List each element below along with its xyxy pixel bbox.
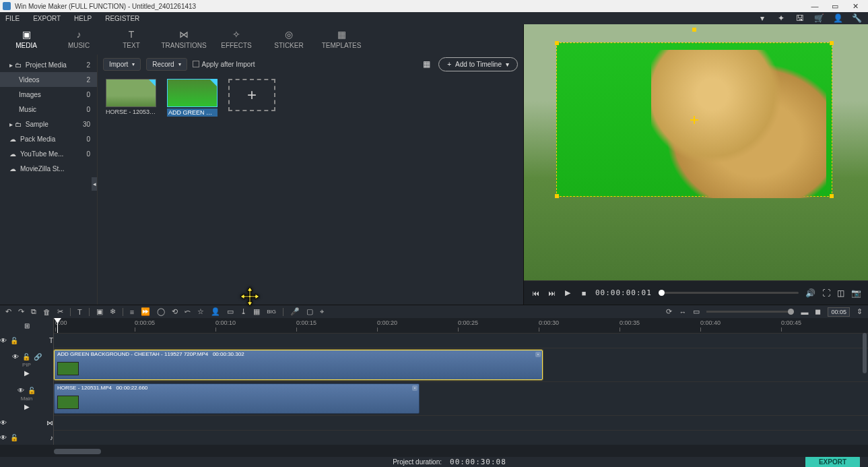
tab-text[interactable]: TTEXT — [105, 27, 158, 55]
stop-button[interactable]: ■ — [579, 289, 589, 297]
sparkle-icon[interactable]: ✦ — [775, 13, 787, 23]
resize-handle[interactable] — [830, 194, 834, 198]
sync-button[interactable]: ⟳ — [666, 307, 672, 316]
close-button[interactable]: ✕ — [845, 2, 865, 11]
sidebar-sample[interactable]: ▸ 🗀Sample30 — [0, 117, 97, 131]
main-track-head[interactable]: 👁🔓 Main ▶ — [0, 381, 54, 415]
menu-export[interactable]: EXPORT — [33, 15, 61, 22]
mosaic-button[interactable]: ▦ — [253, 307, 260, 316]
transition-track[interactable] — [54, 415, 868, 430]
playhead[interactable] — [57, 318, 58, 333]
clip-fx-icon[interactable]: ▫ — [412, 385, 418, 391]
notify-icon[interactable]: ▾ — [756, 13, 768, 23]
settings-icon[interactable]: 🔧 — [850, 13, 863, 23]
tab-sticker[interactable]: ◎STICKER — [263, 27, 315, 55]
fit-button[interactable]: ↔ — [679, 308, 686, 316]
audio-track-head[interactable]: 👁🔓♪ — [0, 430, 54, 445]
resize-handle[interactable] — [555, 41, 559, 45]
sidebar-music[interactable]: Music0 — [0, 102, 97, 117]
redo-button[interactable]: ↷ — [18, 307, 24, 316]
maximize-button[interactable]: ▭ — [825, 2, 845, 11]
zoom-fit-icon[interactable]: ◼ — [815, 307, 821, 316]
aspect-icon[interactable]: ◫ — [837, 288, 844, 298]
eye-icon[interactable]: 👁 — [0, 419, 7, 427]
seek-slider[interactable] — [659, 292, 799, 294]
tab-transitions[interactable]: ⋈TRANSITIONS — [158, 27, 210, 55]
zoom-level[interactable]: 00:05 — [828, 307, 850, 317]
tab-effects[interactable]: ✧EFFECTS — [210, 27, 263, 55]
link-icon[interactable]: 🔗 — [34, 353, 42, 361]
rotate-button[interactable]: ⟲ — [172, 307, 178, 316]
rotate-handle[interactable] — [692, 28, 696, 32]
sidebar-videos[interactable]: Videos2 — [0, 72, 97, 87]
view-grid-icon[interactable]: ▦ — [423, 59, 430, 69]
zoom-slider[interactable] — [706, 311, 794, 313]
split-button[interactable]: ✂ — [57, 307, 63, 316]
delete-button[interactable]: 🗑 — [43, 308, 51, 316]
center-handle-icon[interactable] — [690, 116, 698, 124]
pip-button[interactable]: ▭ — [227, 307, 234, 316]
audio-track[interactable] — [54, 430, 868, 445]
sidebar-pack-media[interactable]: ☁Pack Media0 — [0, 131, 97, 146]
target-button[interactable]: ⌖ — [320, 307, 324, 316]
transition-track-head[interactable]: 👁⋈ — [0, 415, 54, 430]
tab-media[interactable]: ▣MEDIA — [0, 27, 53, 55]
undo-button[interactable]: ↶ — [5, 307, 11, 316]
lock-icon[interactable]: 🔓 — [28, 387, 36, 394]
clip-horse[interactable]: HORSE - 120531.MP4 00:00:22.660 ▫ — [54, 383, 420, 414]
apply-after-import-checkbox[interactable]: Apply after Import — [193, 61, 255, 68]
timeline-horizontal-scrollbar[interactable] — [54, 449, 101, 454]
text-tool-button[interactable]: T — [77, 308, 82, 316]
tab-music[interactable]: ♪MUSIC — [53, 27, 105, 55]
zoom-out-button[interactable]: ▭ — [693, 307, 700, 316]
save-icon[interactable]: 🖫 — [794, 13, 806, 23]
speed-button[interactable]: ⏩ — [141, 307, 150, 316]
menu-file[interactable]: FILE — [5, 15, 20, 22]
freeze-button[interactable]: ❄ — [110, 307, 116, 316]
zoom-in-button[interactable]: ▬ — [801, 308, 808, 316]
media-clip-horse[interactable]: HORSE - 120531... — [106, 79, 156, 117]
text-track[interactable] — [54, 333, 868, 348]
tab-templates[interactable]: ▦TEMPLATES — [315, 27, 368, 55]
crop-button[interactable]: ▣ — [96, 307, 103, 316]
lock-icon[interactable]: 🔓 — [22, 353, 30, 361]
pip-track-head[interactable]: 👁🔓🔗 PIP ▶ — [0, 348, 54, 381]
track-manager-button[interactable]: ⊞ — [0, 318, 54, 333]
main-track[interactable]: HORSE - 120531.MP4 00:00:22.660 ▫ — [54, 381, 868, 415]
preview-viewport[interactable] — [524, 24, 868, 280]
mute-icon[interactable]: 🔊 — [805, 288, 815, 298]
prev-frame-button[interactable]: ⏮ — [531, 289, 540, 297]
eye-icon[interactable]: 👁 — [0, 337, 7, 344]
record-screen-button[interactable]: ▢ — [306, 307, 313, 316]
sidebar-moviezilla[interactable]: ☁MovieZilla St... — [0, 161, 97, 176]
next-frame-button[interactable]: ⏭ — [547, 289, 556, 297]
add-to-timeline-button[interactable]: +Add to Timeline▾ — [438, 57, 518, 71]
eye-icon[interactable]: 👁 — [18, 387, 24, 394]
mark-button[interactable]: ⤓ — [240, 307, 246, 316]
add-media-button[interactable]: + — [228, 79, 275, 111]
align-button[interactable]: ≡ — [130, 308, 134, 316]
resize-handle[interactable] — [830, 41, 834, 45]
clip-fx-icon[interactable]: ▫ — [535, 352, 541, 357]
preview-pip-layer[interactable] — [556, 42, 832, 197]
sidebar-images[interactable]: Images0 — [0, 87, 97, 102]
circle-button[interactable]: ◯ — [157, 307, 165, 316]
resize-handle[interactable] — [555, 194, 559, 198]
time-ruler[interactable]: 0:00 0:00:05 0:00:10 0:00:15 0:00:20 0:0… — [54, 318, 868, 333]
lock-icon[interactable]: 🔓 — [10, 434, 18, 441]
clip-cheetah[interactable]: ADD GREEN BACKGROUND - CHEETAH - 119527 … — [54, 350, 543, 380]
snapshot-icon[interactable]: 📷 — [851, 288, 861, 298]
import-dropdown[interactable]: Import▾ — [103, 58, 141, 71]
minimize-button[interactable]: — — [805, 2, 825, 10]
reverse-button[interactable]: ⤺ — [185, 307, 191, 316]
chroma-button[interactable]: 👤 — [211, 307, 220, 316]
star-button[interactable]: ☆ — [197, 307, 204, 316]
zoom-stepper[interactable]: ⇕ — [857, 307, 863, 316]
export-button[interactable]: EXPORT — [805, 456, 860, 467]
lock-icon[interactable]: 🔓 — [10, 337, 18, 344]
eye-icon[interactable]: 👁 — [12, 353, 19, 361]
record-dropdown[interactable]: Record▾ — [146, 58, 187, 71]
menu-register[interactable]: REGISTER — [105, 15, 139, 22]
timeline-vertical-scrollbar[interactable] — [863, 333, 867, 373]
pip-track[interactable]: ADD GREEN BACKGROUND - CHEETAH - 119527 … — [54, 348, 868, 381]
